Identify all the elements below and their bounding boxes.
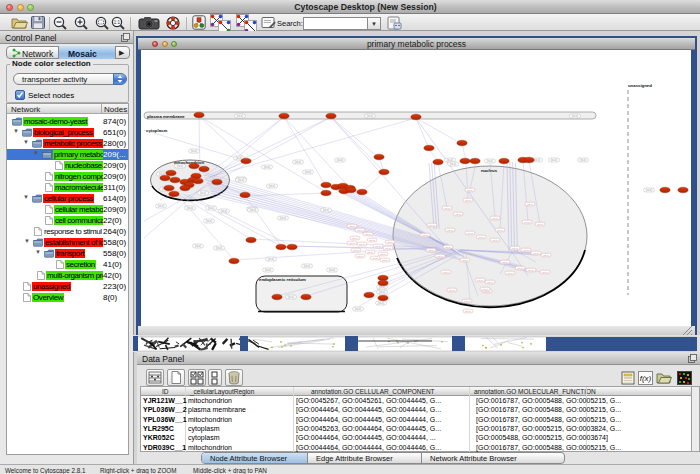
svg-text:(xx-x): (xx-x): [379, 290, 386, 294]
svg-text:(xx-x): (xx-x): [329, 268, 336, 272]
svg-text:1:1: 1:1: [114, 20, 121, 25]
svg-text:endoplasmic reticulum: endoplasmic reticulum: [259, 277, 306, 282]
svg-text:(xx-x): (xx-x): [158, 204, 165, 208]
svg-text:(xx-x): (xx-x): [422, 234, 428, 237]
svg-text:(xx-x): (xx-x): [195, 244, 202, 248]
svg-text:(xx-x): (xx-x): [187, 206, 194, 210]
svg-text:(xx-x): (xx-x): [352, 237, 358, 240]
svg-text:(xx-x): (xx-x): [447, 158, 454, 162]
svg-text:(xx-x): (xx-x): [497, 229, 503, 232]
svg-text:(xx-x): (xx-x): [337, 158, 344, 162]
svg-text:(xx-x): (xx-x): [449, 289, 455, 292]
svg-text:(xx-x): (xx-x): [269, 184, 276, 188]
svg-text:(xx-x): (xx-x): [369, 239, 375, 242]
svg-text:(xx-x): (xx-x): [378, 301, 385, 305]
svg-text:(xx-x): (xx-x): [482, 288, 488, 291]
svg-text:(xx-x): (xx-x): [221, 209, 228, 213]
svg-text:cytoplasm: cytoplasm: [146, 128, 167, 133]
svg-text:(xx-x): (xx-x): [429, 224, 435, 227]
svg-text:(xx-x): (xx-x): [206, 219, 213, 223]
svg-text:(xx-x): (xx-x): [467, 189, 473, 192]
svg-text:(xx-x): (xx-x): [237, 114, 244, 118]
svg-text:(xx-x): (xx-x): [580, 158, 587, 162]
svg-text:(xx-x): (xx-x): [492, 217, 498, 220]
svg-text:(xx-x): (xx-x): [477, 279, 483, 282]
svg-text:(xx-x): (xx-x): [265, 268, 272, 272]
svg-text:(xx-x): (xx-x): [646, 188, 653, 192]
svg-text:(xx-x): (xx-x): [268, 257, 275, 261]
svg-text:(xx-x): (xx-x): [543, 254, 549, 257]
svg-text:(xx-x): (xx-x): [372, 257, 378, 260]
svg-text:plasma membrane: plasma membrane: [147, 114, 185, 119]
svg-text:(xx-x): (xx-x): [200, 191, 207, 195]
svg-text:(xx-x): (xx-x): [527, 203, 533, 206]
svg-text:(xx-x): (xx-x): [208, 206, 215, 210]
svg-text:unassigned: unassigned: [628, 83, 652, 88]
svg-text:(xx-x): (xx-x): [437, 255, 443, 258]
svg-text:(xx-x): (xx-x): [447, 229, 453, 232]
svg-text:(xx-x): (xx-x): [507, 272, 513, 275]
svg-text:(xx-x): (xx-x): [524, 221, 530, 224]
svg-text:(xx-x): (xx-x): [523, 249, 529, 252]
svg-text:(xx-x): (xx-x): [445, 246, 451, 249]
svg-text:(xx-x): (xx-x): [512, 247, 518, 250]
svg-text:(xx-x): (xx-x): [487, 159, 494, 163]
svg-text:(xx-x): (xx-x): [367, 251, 373, 254]
svg-text:(xx-x): (xx-x): [542, 271, 548, 274]
svg-text:(xx-x): (xx-x): [365, 233, 371, 236]
svg-text:(xx-x): (xx-x): [280, 216, 287, 220]
svg-text:(xx-x): (xx-x): [250, 208, 257, 212]
svg-text:(xx-x): (xx-x): [349, 225, 355, 228]
svg-text:(xx-x): (xx-x): [517, 267, 523, 270]
svg-text:(xx-x): (xx-x): [551, 158, 558, 162]
svg-text:(xx-x): (xx-x): [428, 249, 434, 252]
svg-text:(xx-x): (xx-x): [487, 281, 493, 284]
svg-text:(xx-x): (xx-x): [444, 207, 450, 210]
svg-text:(xx-x): (xx-x): [385, 247, 391, 250]
svg-text:(xx-x): (xx-x): [288, 295, 295, 299]
svg-text:(xx-x): (xx-x): [353, 249, 359, 252]
svg-text:nucleus: nucleus: [481, 168, 498, 173]
svg-text:(xx-x): (xx-x): [572, 114, 579, 118]
svg-text:(xx-x): (xx-x): [191, 149, 198, 153]
svg-text:(xx-x): (xx-x): [492, 239, 498, 242]
svg-text:(xx-x): (xx-x): [305, 170, 312, 174]
svg-text:(xx-x): (xx-x): [533, 252, 539, 255]
svg-text:(xx-x): (xx-x): [355, 307, 362, 311]
svg-text:(xx-x): (xx-x): [502, 261, 508, 264]
svg-text:(xx-x): (xx-x): [443, 271, 449, 274]
svg-text:(xx-x): (xx-x): [465, 310, 471, 313]
svg-text:(xx-x): (xx-x): [387, 241, 393, 244]
svg-text:(xx-x): (xx-x): [462, 259, 468, 262]
svg-text:(xx-x): (xx-x): [534, 158, 541, 162]
svg-text:(xx-x): (xx-x): [323, 208, 330, 212]
svg-text:(xx-x): (xx-x): [264, 165, 271, 169]
svg-text:(xx-x): (xx-x): [367, 114, 374, 118]
svg-text:(xx-x): (xx-x): [304, 264, 311, 268]
svg-text:(xx-x): (xx-x): [216, 246, 223, 250]
svg-text:(xx-x): (xx-x): [177, 164, 184, 168]
svg-text:(xx-x): (xx-x): [528, 269, 534, 272]
svg-text:(xx-x): (xx-x): [295, 160, 302, 164]
svg-text:(xx-x): (xx-x): [450, 162, 457, 166]
svg-text:(xx-x): (xx-x): [467, 232, 473, 235]
svg-text:(xx-x): (xx-x): [382, 259, 388, 262]
svg-text:(xx-x): (xx-x): [357, 255, 363, 258]
svg-text:(xx-x): (xx-x): [375, 245, 381, 248]
svg-text:(xx-x): (xx-x): [357, 229, 363, 232]
svg-text:(xx-x): (xx-x): [478, 236, 484, 239]
svg-text:(xx-x): (xx-x): [455, 213, 461, 216]
svg-text:(xx-x): (xx-x): [238, 178, 245, 182]
svg-text:(xx-x): (xx-x): [464, 300, 470, 303]
svg-text:(xx-x): (xx-x): [359, 243, 365, 246]
svg-text:(xx-x): (xx-x): [349, 242, 355, 245]
svg-text:(xx-x): (xx-x): [380, 253, 386, 256]
svg-text:(xx-x): (xx-x): [465, 199, 471, 202]
svg-text:(xx-x): (xx-x): [537, 223, 543, 226]
